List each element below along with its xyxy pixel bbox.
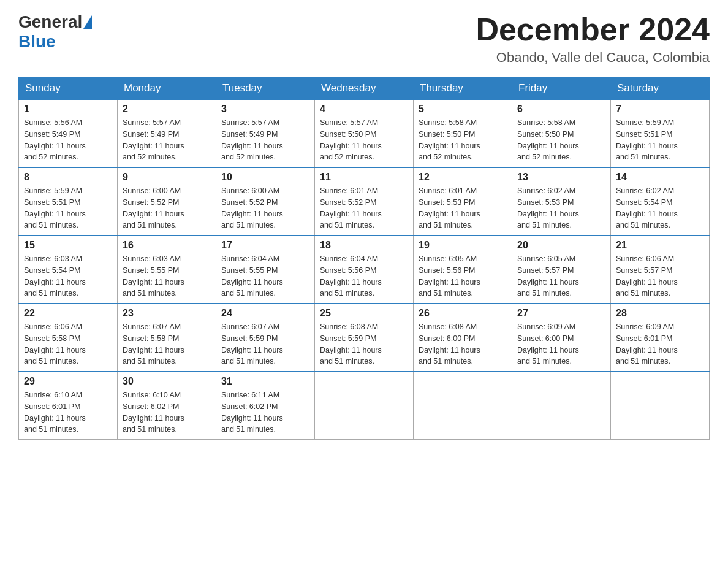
- location-text: Obando, Valle del Cauca, Colombia: [476, 50, 710, 66]
- day-number: 15: [24, 240, 112, 251]
- day-number: 17: [221, 240, 309, 251]
- day-number: 30: [123, 376, 211, 387]
- page-header: General Blue December 2024 Obando, Valle…: [18, 12, 710, 66]
- day-info: Sunrise: 6:02 AM Sunset: 5:54 PM Dayligh…: [616, 185, 704, 231]
- header-row: Sunday Monday Tuesday Wednesday Thursday…: [19, 77, 710, 100]
- day-number: 12: [419, 172, 507, 183]
- calendar-cell: 26 Sunrise: 6:08 AM Sunset: 6:00 PM Dayl…: [414, 304, 512, 372]
- calendar-week-3: 15 Sunrise: 6:03 AM Sunset: 5:54 PM Dayl…: [19, 236, 710, 304]
- day-info: Sunrise: 6:04 AM Sunset: 5:55 PM Dayligh…: [221, 253, 309, 299]
- day-info: Sunrise: 5:57 AM Sunset: 5:49 PM Dayligh…: [221, 117, 309, 163]
- calendar-cell: 30 Sunrise: 6:10 AM Sunset: 6:02 PM Dayl…: [118, 372, 216, 440]
- calendar-cell: 31 Sunrise: 6:11 AM Sunset: 6:02 PM Dayl…: [216, 372, 315, 440]
- day-number: 21: [616, 240, 704, 251]
- logo: General Blue: [18, 12, 93, 52]
- day-info: Sunrise: 6:01 AM Sunset: 5:53 PM Dayligh…: [419, 185, 507, 231]
- title-section: December 2024 Obando, Valle del Cauca, C…: [476, 12, 710, 66]
- day-number: 27: [517, 308, 605, 319]
- calendar-cell: 17 Sunrise: 6:04 AM Sunset: 5:55 PM Dayl…: [216, 236, 315, 304]
- calendar-cell: 27 Sunrise: 6:09 AM Sunset: 6:00 PM Dayl…: [512, 304, 611, 372]
- calendar-cell: 11 Sunrise: 6:01 AM Sunset: 5:52 PM Dayl…: [315, 167, 414, 236]
- month-title: December 2024: [476, 12, 710, 47]
- day-number: 6: [517, 104, 605, 115]
- calendar-header: Sunday Monday Tuesday Wednesday Thursday…: [19, 77, 710, 100]
- day-info: Sunrise: 5:59 AM Sunset: 5:51 PM Dayligh…: [24, 185, 112, 231]
- day-number: 9: [123, 172, 211, 183]
- col-wednesday: Wednesday: [315, 77, 414, 100]
- day-info: Sunrise: 6:03 AM Sunset: 5:55 PM Dayligh…: [123, 253, 211, 299]
- calendar-cell: 29 Sunrise: 6:10 AM Sunset: 6:01 PM Dayl…: [19, 372, 118, 440]
- calendar-cell: 24 Sunrise: 6:07 AM Sunset: 5:59 PM Dayl…: [216, 304, 315, 372]
- calendar-cell: 10 Sunrise: 6:00 AM Sunset: 5:52 PM Dayl…: [216, 167, 315, 236]
- calendar-cell: 18 Sunrise: 6:04 AM Sunset: 5:56 PM Dayl…: [315, 236, 414, 304]
- day-info: Sunrise: 6:11 AM Sunset: 6:02 PM Dayligh…: [221, 389, 309, 435]
- calendar-cell: [315, 372, 414, 440]
- day-info: Sunrise: 5:56 AM Sunset: 5:49 PM Dayligh…: [24, 117, 112, 163]
- calendar-cell: 3 Sunrise: 5:57 AM Sunset: 5:49 PM Dayli…: [216, 100, 315, 168]
- day-number: 22: [24, 308, 112, 319]
- day-number: 1: [24, 104, 112, 115]
- day-number: 16: [123, 240, 211, 251]
- day-number: 25: [320, 308, 408, 319]
- calendar-cell: [414, 372, 512, 440]
- day-info: Sunrise: 6:00 AM Sunset: 5:52 PM Dayligh…: [221, 185, 309, 231]
- day-info: Sunrise: 6:02 AM Sunset: 5:53 PM Dayligh…: [517, 185, 605, 231]
- calendar-cell: 13 Sunrise: 6:02 AM Sunset: 5:53 PM Dayl…: [512, 167, 611, 236]
- calendar-cell: 25 Sunrise: 6:08 AM Sunset: 5:59 PM Dayl…: [315, 304, 414, 372]
- day-info: Sunrise: 6:09 AM Sunset: 6:00 PM Dayligh…: [517, 321, 605, 367]
- day-number: 11: [320, 172, 408, 183]
- calendar-cell: [611, 372, 710, 440]
- calendar-table: Sunday Monday Tuesday Wednesday Thursday…: [18, 77, 710, 440]
- calendar-week-1: 1 Sunrise: 5:56 AM Sunset: 5:49 PM Dayli…: [19, 100, 710, 168]
- day-number: 31: [221, 376, 309, 387]
- calendar-cell: 16 Sunrise: 6:03 AM Sunset: 5:55 PM Dayl…: [118, 236, 216, 304]
- logo-triangle-icon: [83, 15, 92, 29]
- col-friday: Friday: [512, 77, 611, 100]
- col-thursday: Thursday: [414, 77, 512, 100]
- calendar-cell: 2 Sunrise: 5:57 AM Sunset: 5:49 PM Dayli…: [118, 100, 216, 168]
- calendar-cell: 19 Sunrise: 6:05 AM Sunset: 5:56 PM Dayl…: [414, 236, 512, 304]
- day-number: 14: [616, 172, 704, 183]
- day-info: Sunrise: 6:05 AM Sunset: 5:57 PM Dayligh…: [517, 253, 605, 299]
- day-info: Sunrise: 6:01 AM Sunset: 5:52 PM Dayligh…: [320, 185, 408, 231]
- calendar-cell: 14 Sunrise: 6:02 AM Sunset: 5:54 PM Dayl…: [611, 167, 710, 236]
- calendar-cell: 5 Sunrise: 5:58 AM Sunset: 5:50 PM Dayli…: [414, 100, 512, 168]
- day-number: 4: [320, 104, 408, 115]
- day-info: Sunrise: 6:09 AM Sunset: 6:01 PM Dayligh…: [616, 321, 704, 367]
- day-info: Sunrise: 6:05 AM Sunset: 5:56 PM Dayligh…: [419, 253, 507, 299]
- day-info: Sunrise: 6:00 AM Sunset: 5:52 PM Dayligh…: [123, 185, 211, 231]
- col-tuesday: Tuesday: [216, 77, 315, 100]
- calendar-week-4: 22 Sunrise: 6:06 AM Sunset: 5:58 PM Dayl…: [19, 304, 710, 372]
- day-number: 7: [616, 104, 704, 115]
- day-info: Sunrise: 5:57 AM Sunset: 5:49 PM Dayligh…: [123, 117, 211, 163]
- calendar-cell: 12 Sunrise: 6:01 AM Sunset: 5:53 PM Dayl…: [414, 167, 512, 236]
- col-monday: Monday: [118, 77, 216, 100]
- day-info: Sunrise: 6:03 AM Sunset: 5:54 PM Dayligh…: [24, 253, 112, 299]
- day-info: Sunrise: 5:57 AM Sunset: 5:50 PM Dayligh…: [320, 117, 408, 163]
- day-info: Sunrise: 5:58 AM Sunset: 5:50 PM Dayligh…: [517, 117, 605, 163]
- col-sunday: Sunday: [19, 77, 118, 100]
- day-info: Sunrise: 6:07 AM Sunset: 5:58 PM Dayligh…: [123, 321, 211, 367]
- calendar-cell: 8 Sunrise: 5:59 AM Sunset: 5:51 PM Dayli…: [19, 167, 118, 236]
- calendar-cell: [512, 372, 611, 440]
- calendar-cell: 7 Sunrise: 5:59 AM Sunset: 5:51 PM Dayli…: [611, 100, 710, 168]
- calendar-cell: 6 Sunrise: 5:58 AM Sunset: 5:50 PM Dayli…: [512, 100, 611, 168]
- day-number: 18: [320, 240, 408, 251]
- day-info: Sunrise: 6:07 AM Sunset: 5:59 PM Dayligh…: [221, 321, 309, 367]
- calendar-cell: 23 Sunrise: 6:07 AM Sunset: 5:58 PM Dayl…: [118, 304, 216, 372]
- col-saturday: Saturday: [611, 77, 710, 100]
- logo-blue-text: Blue: [18, 32, 56, 51]
- day-info: Sunrise: 6:06 AM Sunset: 5:57 PM Dayligh…: [616, 253, 704, 299]
- day-info: Sunrise: 6:10 AM Sunset: 6:02 PM Dayligh…: [123, 389, 211, 435]
- day-number: 23: [123, 308, 211, 319]
- calendar-week-2: 8 Sunrise: 5:59 AM Sunset: 5:51 PM Dayli…: [19, 167, 710, 236]
- calendar-cell: 22 Sunrise: 6:06 AM Sunset: 5:58 PM Dayl…: [19, 304, 118, 372]
- day-info: Sunrise: 6:04 AM Sunset: 5:56 PM Dayligh…: [320, 253, 408, 299]
- day-number: 2: [123, 104, 211, 115]
- calendar-cell: 1 Sunrise: 5:56 AM Sunset: 5:49 PM Dayli…: [19, 100, 118, 168]
- day-number: 24: [221, 308, 309, 319]
- calendar-cell: 4 Sunrise: 5:57 AM Sunset: 5:50 PM Dayli…: [315, 100, 414, 168]
- day-number: 8: [24, 172, 112, 183]
- calendar-cell: 9 Sunrise: 6:00 AM Sunset: 5:52 PM Dayli…: [118, 167, 216, 236]
- day-info: Sunrise: 5:58 AM Sunset: 5:50 PM Dayligh…: [419, 117, 507, 163]
